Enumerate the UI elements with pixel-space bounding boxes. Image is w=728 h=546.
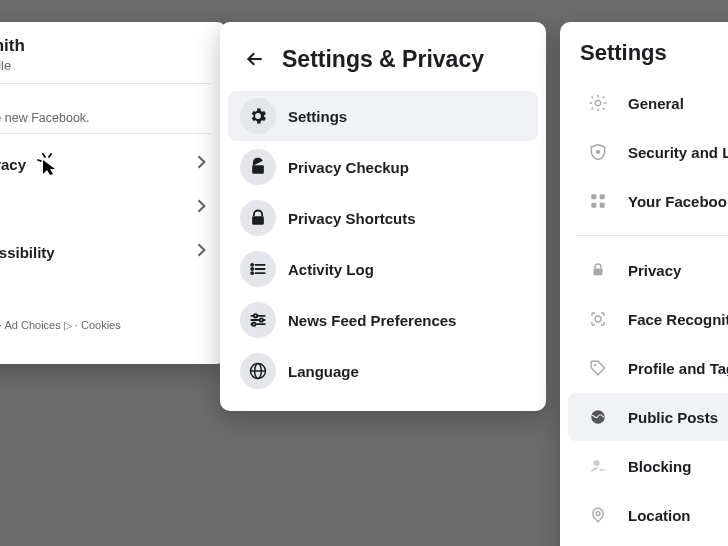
svg-point-14 xyxy=(260,318,263,321)
item-label: Public Posts xyxy=(628,409,718,426)
svg-rect-4 xyxy=(252,216,264,224)
back-button[interactable] xyxy=(238,42,272,76)
row-label: gs & Privacy xyxy=(0,156,26,173)
svg-point-5 xyxy=(251,264,253,266)
give-feedback-row[interactable]: eedback improve the new Facebook. xyxy=(0,92,211,125)
svg-line-0 xyxy=(43,154,45,157)
svg-point-27 xyxy=(595,316,601,322)
item-label: Language xyxy=(288,363,359,380)
menu-item-settings[interactable]: Settings xyxy=(228,91,538,141)
nav-public-posts[interactable]: Public Posts xyxy=(568,393,728,441)
row-label: y & Accessibility xyxy=(0,244,55,261)
nav-general[interactable]: General xyxy=(568,79,728,127)
feedback-title: eedback xyxy=(0,92,211,109)
display-accessibility-row[interactable]: y & Accessibility xyxy=(0,230,211,274)
logout-row[interactable]: ut xyxy=(0,274,211,311)
settings-title: Settings xyxy=(568,36,728,78)
globe-icon xyxy=(580,399,616,435)
globe-icon xyxy=(240,353,276,389)
grid-icon xyxy=(580,183,616,219)
menu-item-language[interactable]: Language xyxy=(228,346,538,396)
svg-line-2 xyxy=(38,160,41,161)
location-icon xyxy=(580,497,616,533)
click-cursor-icon xyxy=(34,152,60,176)
item-label: Face Recognition xyxy=(628,311,728,328)
svg-rect-23 xyxy=(600,194,605,199)
account-menu-panel: argo Smith e your profile eedback improv… xyxy=(0,22,227,364)
svg-line-1 xyxy=(49,154,51,157)
svg-point-16 xyxy=(252,323,255,326)
svg-point-12 xyxy=(254,314,257,317)
divider xyxy=(0,83,211,84)
gear-icon xyxy=(240,98,276,134)
footer-links[interactable]: · Advertising · Ad Choices ▷ · Cookies o… xyxy=(0,317,211,350)
sliders-icon xyxy=(240,302,276,338)
svg-rect-25 xyxy=(600,203,605,208)
shield-icon xyxy=(580,134,616,170)
divider xyxy=(576,235,728,236)
svg-point-30 xyxy=(594,460,600,466)
profile-subtitle: e your profile xyxy=(0,58,211,73)
item-label: Location xyxy=(628,507,691,524)
lock-icon xyxy=(240,200,276,236)
settings-privacy-panel: Settings & Privacy Settings Privacy Chec… xyxy=(220,22,546,411)
menu-item-privacy-checkup[interactable]: Privacy Checkup xyxy=(228,142,538,192)
svg-point-28 xyxy=(594,364,596,366)
svg-point-9 xyxy=(251,272,253,274)
item-label: Activity Log xyxy=(288,261,374,278)
svg-rect-26 xyxy=(594,269,603,276)
face-recognition-icon xyxy=(580,301,616,337)
nav-profile-tagging[interactable]: Profile and Tagging xyxy=(568,344,728,392)
chevron-right-icon xyxy=(191,152,211,176)
item-label: Settings xyxy=(288,108,347,125)
chevron-right-icon xyxy=(191,196,211,220)
svg-point-32 xyxy=(596,512,600,516)
panel-header: Settings & Privacy xyxy=(228,36,538,90)
item-label: Privacy Checkup xyxy=(288,159,409,176)
chevron-right-icon xyxy=(191,240,211,264)
nav-blocking[interactable]: Blocking xyxy=(568,442,728,490)
nav-your-info[interactable]: Your Facebook Informat xyxy=(568,177,728,225)
lock-icon xyxy=(580,252,616,288)
item-label: Blocking xyxy=(628,458,691,475)
panel-title: Settings & Privacy xyxy=(282,46,484,73)
item-label: Security and Login xyxy=(628,144,728,161)
tag-icon xyxy=(580,350,616,386)
blocking-icon xyxy=(580,448,616,484)
menu-item-privacy-shortcuts[interactable]: Privacy Shortcuts xyxy=(228,193,538,243)
item-label: News Feed Preferences xyxy=(288,312,456,329)
menu-item-news-feed-preferences[interactable]: News Feed Preferences xyxy=(228,295,538,345)
svg-rect-22 xyxy=(591,194,596,199)
menu-item-activity-log[interactable]: Activity Log xyxy=(228,244,538,294)
svg-rect-24 xyxy=(591,203,596,208)
item-label: Privacy Shortcuts xyxy=(288,210,416,227)
list-icon xyxy=(240,251,276,287)
feedback-subtitle: improve the new Facebook. xyxy=(0,111,211,125)
lock-open-icon xyxy=(240,149,276,185)
gear-outline-icon xyxy=(580,85,616,121)
help-support-row[interactable]: Support xyxy=(0,186,211,230)
nav-privacy[interactable]: Privacy xyxy=(568,246,728,294)
item-label: Profile and Tagging xyxy=(628,360,728,377)
svg-point-20 xyxy=(595,100,600,105)
svg-point-7 xyxy=(251,268,253,270)
profile-name[interactable]: argo Smith xyxy=(0,36,211,56)
item-label: General xyxy=(628,95,684,112)
settings-sidebar-panel: Settings General Security and Login Your… xyxy=(560,22,728,546)
item-label: Privacy xyxy=(628,262,681,279)
settings-privacy-row[interactable]: gs & Privacy xyxy=(0,142,211,186)
nav-language[interactable]: Aa Language xyxy=(568,540,728,546)
divider xyxy=(0,133,211,134)
item-label: Your Facebook Informat xyxy=(628,193,728,210)
nav-face-recognition[interactable]: Face Recognition xyxy=(568,295,728,343)
svg-point-21 xyxy=(596,150,600,154)
nav-security-login[interactable]: Security and Login xyxy=(568,128,728,176)
nav-location[interactable]: Location xyxy=(568,491,728,539)
